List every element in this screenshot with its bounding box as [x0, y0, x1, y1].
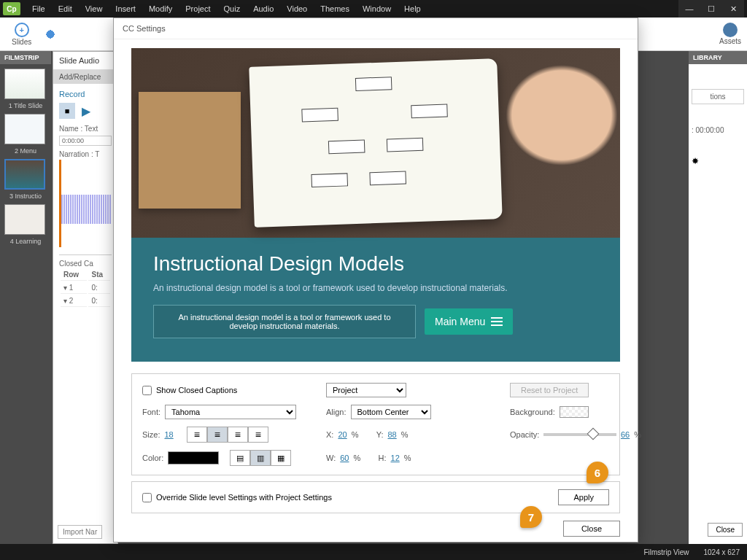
- main-menu-button[interactable]: Main Menu: [425, 308, 513, 335]
- app-logo: Cp: [3, 2, 20, 15]
- slides-tool[interactable]: + Slides: [6, 21, 37, 47]
- slide-thumb-3[interactable]: 3 Instructio: [4, 159, 47, 200]
- status-view: Filmstrip View: [643, 548, 689, 556]
- thumb-label: 1 Title Slide: [4, 102, 47, 109]
- close-panel-button[interactable]: Close: [708, 523, 743, 537]
- align-left-button[interactable]: [187, 427, 207, 443]
- menu-view[interactable]: View: [80, 2, 109, 15]
- assets-label: Assets: [719, 37, 741, 45]
- window-controls: — ☐ ✕: [678, 0, 744, 18]
- caption-preview-box: An instructional design model is a tool …: [153, 305, 416, 338]
- w-value[interactable]: 60: [340, 454, 349, 462]
- apply-button[interactable]: Apply: [558, 489, 609, 505]
- record-label: Record: [59, 90, 112, 98]
- filmstrip-panel: FILMSTRIP 1 Title Slide 2 Menu 3 Instruc…: [0, 51, 51, 544]
- thumb-label: 3 Instructio: [4, 192, 47, 200]
- align-justify-button[interactable]: [248, 427, 268, 443]
- status-bar: Filmstrip View 1024 x 627: [0, 544, 747, 560]
- valign-bottom-button[interactable]: ▦: [271, 450, 291, 466]
- stop-button[interactable]: ■: [59, 103, 75, 119]
- slide-audio-panel: Slide Audio Add/Replace Record ■ ▶ Name …: [53, 51, 118, 544]
- time-readout: : 00:00:00: [692, 126, 744, 134]
- slide-audio-title: Slide Audio: [53, 52, 117, 70]
- import-narration-button[interactable]: Import Nar: [58, 525, 102, 539]
- thumb-label: 4 Learning: [4, 238, 47, 245]
- callout-6: 6: [587, 462, 608, 483]
- close-window-button[interactable]: ✕: [722, 0, 744, 18]
- slide-preview: Instructional Design Models An instructi…: [131, 48, 620, 362]
- options-button[interactable]: tions: [692, 89, 744, 104]
- slide-thumb-2[interactable]: 2 Menu: [4, 114, 47, 155]
- cc-settings-form: Show Closed Captions Project Reset to Pr…: [131, 373, 620, 475]
- callout-7: 7: [520, 506, 542, 528]
- preview-heading: Instructional Design Models: [153, 252, 598, 276]
- menu-themes[interactable]: Themes: [314, 2, 355, 15]
- opacity-slider[interactable]: [543, 433, 616, 436]
- title-bar: Cp File Edit View Insert Modify Project …: [0, 0, 747, 18]
- gear-icon[interactable]: ✸: [692, 156, 744, 166]
- time-display: 0:00:00: [59, 136, 112, 146]
- menu-modify[interactable]: Modify: [143, 2, 178, 15]
- palette-icon: [43, 27, 58, 42]
- h-value[interactable]: 12: [391, 454, 400, 462]
- filmstrip-header: FILMSTRIP: [0, 51, 51, 64]
- align-right-button[interactable]: [228, 427, 248, 443]
- table-row[interactable]: ▾ 20:: [61, 295, 110, 307]
- status-dimensions: 1024 x 627: [704, 548, 740, 556]
- cc-table: RowSta ▾ 10: ▾ 20:: [59, 268, 112, 308]
- override-row: Override Slide level Settings with Proje…: [131, 481, 620, 513]
- properties-panel: LIBRARY tions : 00:00:00 ✸ Close: [689, 51, 747, 544]
- align-select[interactable]: Bottom Center: [351, 405, 431, 419]
- menu-file[interactable]: File: [26, 2, 51, 15]
- valign-middle-button[interactable]: ▥: [250, 450, 271, 466]
- slide-thumb-1[interactable]: 1 Title Slide: [4, 69, 47, 109]
- color-swatch[interactable]: [168, 451, 219, 464]
- slides-label: Slides: [12, 38, 31, 46]
- background-swatch[interactable]: [560, 406, 589, 418]
- x-value[interactable]: 20: [338, 430, 347, 439]
- y-value[interactable]: 88: [387, 430, 396, 439]
- play-button[interactable]: ▶: [78, 103, 94, 119]
- menu-window[interactable]: Window: [357, 2, 397, 15]
- show-cc-checkbox[interactable]: Show Closed Captions: [142, 383, 317, 397]
- cc-settings-dialog: CC Settings Instructional Design Models …: [113, 18, 638, 542]
- table-row[interactable]: ▾ 10:: [61, 282, 110, 294]
- dialog-title: CC Settings: [114, 18, 638, 39]
- narration-label: Narration : T: [59, 150, 112, 158]
- preview-subtitle: An instructional design model is a tool …: [153, 283, 598, 293]
- menu-audio[interactable]: Audio: [247, 2, 279, 15]
- slide-thumb-4[interactable]: 4 Learning: [4, 204, 47, 245]
- plus-icon: +: [15, 23, 29, 37]
- reset-button[interactable]: Reset to Project: [510, 383, 589, 397]
- thumb-label: 2 Menu: [4, 147, 47, 155]
- opacity-value[interactable]: 66: [621, 430, 630, 439]
- main-menu: File Edit View Insert Modify Project Qui…: [26, 2, 427, 15]
- menu-project[interactable]: Project: [179, 2, 216, 15]
- override-checkbox[interactable]: Override Slide level Settings with Proje…: [142, 493, 332, 502]
- project-select[interactable]: Project: [326, 383, 406, 397]
- menu-insert[interactable]: Insert: [109, 2, 142, 15]
- assets-icon: [723, 23, 738, 37]
- hamburger-icon: [491, 317, 503, 326]
- font-select[interactable]: Tahoma: [165, 405, 296, 419]
- closed-caption-label: Closed Ca: [59, 260, 112, 268]
- audio-name-label: Name : Text: [59, 125, 112, 133]
- align-center-button[interactable]: [207, 427, 228, 443]
- maximize-button[interactable]: ☐: [700, 0, 722, 18]
- add-replace-tab[interactable]: Add/Replace: [53, 70, 117, 84]
- menu-help[interactable]: Help: [398, 2, 427, 15]
- size-value[interactable]: 18: [164, 430, 173, 439]
- menu-edit[interactable]: Edit: [53, 2, 78, 15]
- minimize-button[interactable]: —: [678, 0, 700, 18]
- menu-quiz[interactable]: Quiz: [218, 2, 247, 15]
- waveform-display[interactable]: [59, 160, 112, 247]
- library-header: LIBRARY: [689, 51, 747, 64]
- themes-tool[interactable]: [37, 26, 63, 43]
- assets-tool[interactable]: Assets: [719, 23, 741, 45]
- menu-video[interactable]: Video: [281, 2, 313, 15]
- valign-top-button[interactable]: ▤: [230, 450, 250, 466]
- close-button[interactable]: Close: [563, 521, 620, 537]
